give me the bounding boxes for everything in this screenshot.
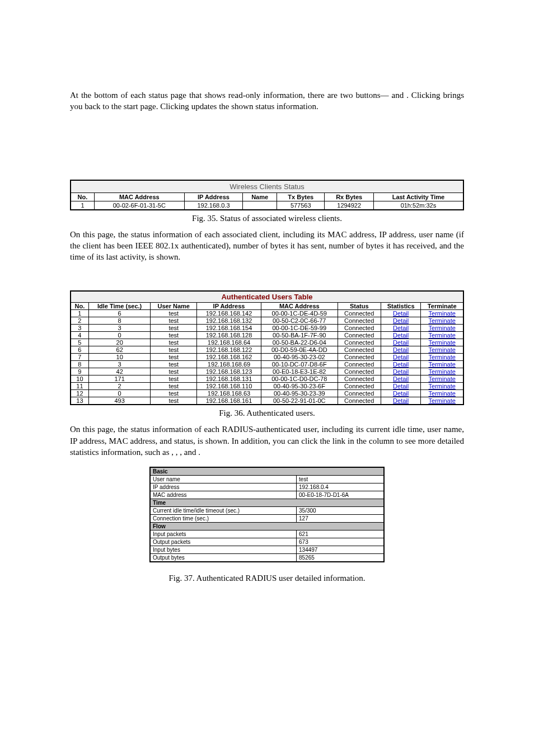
table-row: 942test192.168.168.12300-E0-18-E3-1E-82C… bbox=[71, 368, 463, 375]
auth-col-header: Idle Time (sec.) bbox=[88, 303, 151, 310]
table-row: 16test192.168.168.14200-00-1C-DE-4D-59Co… bbox=[71, 310, 463, 317]
terminate-link[interactable]: Terminate bbox=[429, 397, 456, 404]
table-row: 40test192.168.168.12800-50-BA-1F-7F-90Co… bbox=[71, 332, 463, 339]
col-name: Name bbox=[243, 192, 277, 201]
table-row: 83test192.168.168.6900-10-DC-07-D8-6FCon… bbox=[71, 361, 463, 368]
authenticated-users-table: Authenticated Users Table No.Idle Time (… bbox=[70, 290, 464, 405]
section-basic: Basic bbox=[150, 467, 384, 476]
auth-col-header: Terminate bbox=[421, 303, 463, 310]
col-mac: MAC Address bbox=[94, 192, 184, 201]
table-row: 33test192.168.168.15400-00-1C-DE-59-99Co… bbox=[71, 325, 463, 332]
para2: On this page, the status information of … bbox=[70, 229, 464, 263]
section-flow: Flow bbox=[150, 523, 384, 530]
para3: On this page, the status information of … bbox=[70, 424, 464, 458]
table-row: 662test192.168.168.12200-D0-59-0E-4A-DDC… bbox=[71, 346, 463, 354]
terminate-link[interactable]: Terminate bbox=[429, 375, 456, 382]
auth-col-header: MAC Address bbox=[261, 303, 338, 310]
user-detail-table: Basic User nametest IP address192.168.0.… bbox=[149, 467, 385, 562]
table-row: 520test192.168.168.6400-50-BA-22-D6-04Co… bbox=[71, 339, 463, 346]
terminate-link[interactable]: Terminate bbox=[429, 310, 456, 317]
detail-link[interactable]: Detail bbox=[393, 397, 409, 404]
table-row: 120test192.168.168.6300-40-95-30-23-39Co… bbox=[71, 390, 463, 397]
detail-link[interactable]: Detail bbox=[393, 310, 409, 317]
table-row: 710test192.168.168.16200-40-95-30-23-02C… bbox=[71, 354, 463, 361]
terminate-link[interactable]: Terminate bbox=[429, 361, 456, 368]
auth-col-header: Statistics bbox=[381, 303, 421, 310]
terminate-link[interactable]: Terminate bbox=[429, 332, 456, 339]
detail-link[interactable]: Detail bbox=[393, 368, 409, 375]
wireless-clients-table: Wireless Clients Status No. MAC Address … bbox=[70, 180, 464, 210]
fig35-caption: Fig. 35. Status of associated wireless c… bbox=[70, 214, 464, 223]
auth-col-header: No. bbox=[71, 303, 88, 310]
detail-link[interactable]: Detail bbox=[393, 361, 409, 368]
table-row: 10171test192.168.168.13100-00-1C-D0-DC-7… bbox=[71, 375, 463, 383]
terminate-link[interactable]: Terminate bbox=[429, 346, 456, 353]
section-time: Time bbox=[150, 499, 384, 507]
intro-paragraph: At the bottom of each status page that s… bbox=[70, 90, 464, 112]
terminate-link[interactable]: Terminate bbox=[429, 383, 456, 389]
detail-link[interactable]: Detail bbox=[393, 383, 409, 389]
col-tx: Tx Bytes bbox=[277, 192, 325, 201]
detail-link[interactable]: Detail bbox=[393, 346, 409, 353]
terminate-link[interactable]: Terminate bbox=[429, 390, 456, 397]
auth-col-header: User Name bbox=[151, 303, 197, 310]
detail-link[interactable]: Detail bbox=[393, 332, 409, 339]
auth-col-header: IP Address bbox=[197, 303, 261, 310]
wireless-table-title: Wireless Clients Status bbox=[71, 180, 463, 193]
fig37-caption: Fig. 37. Authenticated RADIUS user detai… bbox=[70, 574, 464, 583]
col-ip: IP Address bbox=[184, 192, 243, 201]
terminate-link[interactable]: Terminate bbox=[429, 317, 456, 324]
terminate-link[interactable]: Terminate bbox=[429, 354, 456, 360]
table-row: 112test192.168.168.11000-40-95-30-23-6FC… bbox=[71, 383, 463, 390]
terminate-link[interactable]: Terminate bbox=[429, 339, 456, 346]
col-last: Last Activity Time bbox=[373, 192, 463, 201]
detail-link[interactable]: Detail bbox=[393, 325, 409, 331]
auth-table-title: Authenticated Users Table bbox=[71, 291, 463, 303]
terminate-link[interactable]: Terminate bbox=[429, 368, 456, 375]
detail-link[interactable]: Detail bbox=[393, 339, 409, 346]
table-row: 13493test192.168.168.16100-50-22-91-01-0… bbox=[71, 397, 463, 405]
col-rx: Rx Bytes bbox=[325, 192, 373, 201]
detail-link[interactable]: Detail bbox=[393, 375, 409, 382]
terminate-link[interactable]: Terminate bbox=[429, 325, 456, 331]
detail-link[interactable]: Detail bbox=[393, 354, 409, 360]
detail-link[interactable]: Detail bbox=[393, 390, 409, 397]
fig36-caption: Fig. 36. Authenticated users. bbox=[70, 408, 464, 418]
table-row: 28test192.168.168.13200-50-C2-0C-66-77Co… bbox=[71, 317, 463, 325]
auth-col-header: Status bbox=[338, 303, 381, 310]
table-row: 1 00-02-6F-01-31-5C 192.168.0.3 577563 1… bbox=[71, 201, 463, 210]
col-no: No. bbox=[71, 192, 94, 201]
detail-link[interactable]: Detail bbox=[393, 317, 409, 324]
